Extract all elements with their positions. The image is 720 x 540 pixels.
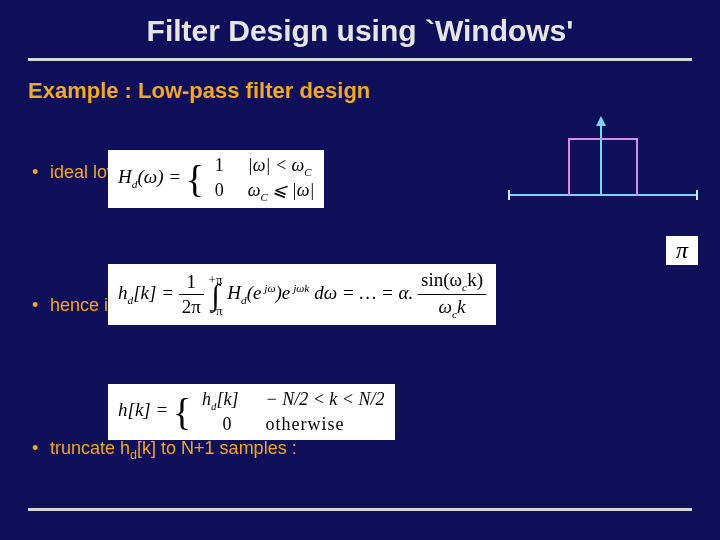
equation-h-k: h[k] = { hd[k] − N/2 < k < N/2 0 otherwi… [108,384,395,440]
plot-passband [568,138,638,196]
eq-text: k [457,296,465,317]
integral-icon: +π ∫ −π [209,273,223,317]
magnitude-plot [508,118,698,218]
eq-text: 1 [179,270,204,295]
example-heading: Example : Low-pass filter design [28,78,692,104]
eq-text: ⩽ |ω| [268,180,315,200]
eq-text: C [261,191,268,203]
eq-text: H [118,166,132,187]
eq-text: h [202,389,211,409]
eq-text: ω [248,180,261,200]
eq-text: 1 [215,154,239,177]
plot-tick [508,190,510,200]
eq-text: |ω| < ω [248,155,304,175]
equation-hd-k: hd[k] = 12π +π ∫ −π Hd(e jω)e jωk dω = …… [108,264,496,325]
pi-label: π [666,236,698,265]
eq-text: − N/2 < k < N/2 [266,389,385,409]
eq-text: H [227,282,241,303]
eq-text: ω [439,296,452,317]
eq-text: k) [467,269,483,290]
eq-text: jωk [290,282,309,294]
eq-text: h [118,282,128,303]
eq-text: [k] [216,389,238,409]
eq-text: jω [261,282,275,294]
page-title: Filter Design using `Windows' [0,0,720,54]
eq-text: [k] = [133,282,174,303]
eq-text: dω = … = α. [314,282,413,303]
divider-bottom [28,508,692,511]
list-item: truncate hd[k] to N+1 samples : [28,438,692,462]
eq-text: h[k] = [118,399,168,420]
divider-top [28,58,692,61]
eq-text: 0 [202,413,252,436]
eq-text: otherwise [266,414,345,434]
equation-hd-omega: Hd(ω) = { 1 |ω| < ωC 0 ωC ⩽ |ω| [108,150,324,208]
eq-text: (e [247,282,262,303]
eq-text: 2π [179,295,204,319]
plot-tick [696,190,698,200]
eq-text: (ω) = [137,166,181,187]
bullet-3-pre: truncate h [50,438,130,458]
bullet-3-post: [k] to N+1 samples : [137,438,297,458]
eq-text: −π [209,304,223,317]
eq-text: sin(ω [421,269,462,290]
eq-text: C [304,166,311,178]
arrow-up-icon [596,116,606,126]
eq-text: 0 [215,179,239,202]
content: Example : Low-pass filter design ideal l… [28,78,692,500]
